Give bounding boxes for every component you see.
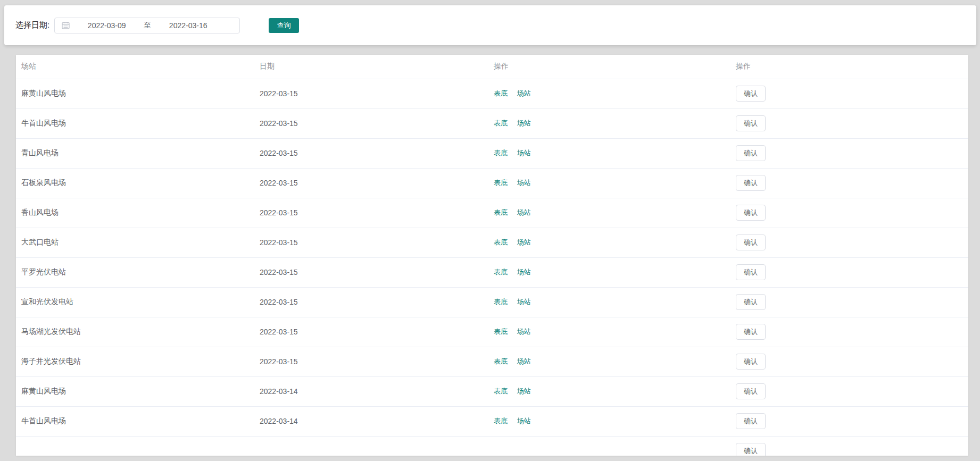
date-range-picker[interactable]: 2022-03-09 至 2022-03-16 xyxy=(54,18,240,33)
confirm-button[interactable]: 确认 xyxy=(736,413,766,429)
confirm-cell: 确认 xyxy=(730,406,968,436)
date-cell: 2022-03-15 xyxy=(254,257,488,287)
station-cell: 海子井光发伏电站 xyxy=(16,347,254,376)
station-link[interactable]: 场站 xyxy=(517,208,531,216)
station-cell: 麻黄山风电场 xyxy=(16,376,254,406)
station-link[interactable]: 场站 xyxy=(517,89,531,97)
confirm-button[interactable]: 确认 xyxy=(736,234,766,250)
date-cell: 2022-03-15 xyxy=(254,198,488,228)
confirm-button[interactable]: 确认 xyxy=(736,145,766,161)
column-header-operation2: 操作 xyxy=(730,55,968,79)
table-bottom-link[interactable]: 表底 xyxy=(494,119,508,127)
table-bottom-link[interactable]: 表底 xyxy=(494,89,508,97)
end-date-value[interactable]: 2022-03-16 xyxy=(151,21,225,30)
confirm-button[interactable]: 确认 xyxy=(736,383,766,399)
table-bottom-link[interactable]: 表底 xyxy=(494,179,508,187)
station-link[interactable]: 场站 xyxy=(517,387,531,395)
table-bottom-link[interactable]: 表底 xyxy=(494,238,508,246)
date-cell: 2022-03-14 xyxy=(254,376,488,406)
station-cell: 大武口电站 xyxy=(16,228,254,257)
table-bottom-link[interactable]: 表底 xyxy=(494,357,508,365)
operation-links-cell xyxy=(488,436,730,456)
station-table-panel: 场站 日期 操作 操作 麻黄山风电场 2022-03-15 表底 场站 确认 牛… xyxy=(16,55,968,456)
table-row: 香山风电场 2022-03-15 表底 场站 确认 xyxy=(16,198,968,228)
confirm-cell: 确认 xyxy=(730,168,968,198)
operation-links-cell: 表底 场站 xyxy=(488,79,730,108)
date-cell: 2022-03-15 xyxy=(254,138,488,168)
confirm-button[interactable]: 确认 xyxy=(736,175,766,191)
station-link[interactable]: 场站 xyxy=(517,328,531,336)
station-link[interactable]: 场站 xyxy=(517,238,531,246)
confirm-cell: 确认 xyxy=(730,138,968,168)
column-header-date: 日期 xyxy=(254,55,488,79)
date-cell: 2022-03-15 xyxy=(254,287,488,317)
station-cell: 石板泉风电场 xyxy=(16,168,254,198)
table-bottom-link[interactable]: 表底 xyxy=(494,208,508,216)
operation-links-cell: 表底 场站 xyxy=(488,138,730,168)
station-cell: 平罗光伏电站 xyxy=(16,257,254,287)
date-cell: 2022-03-14 xyxy=(254,406,488,436)
date-cell: 2022-03-15 xyxy=(254,79,488,108)
table-row: 马场湖光发伏电站 2022-03-15 表底 场站 确认 xyxy=(16,317,968,347)
table-row: 海子井光发伏电站 2022-03-15 表底 场站 确认 xyxy=(16,347,968,376)
confirm-cell: 确认 xyxy=(730,108,968,138)
confirm-button[interactable]: 确认 xyxy=(736,205,766,221)
confirm-button[interactable]: 确认 xyxy=(736,294,766,310)
station-cell xyxy=(16,436,254,456)
table-row: 确认 xyxy=(16,436,968,456)
calendar-icon xyxy=(62,21,70,29)
confirm-cell: 确认 xyxy=(730,79,968,108)
operation-links-cell: 表底 场站 xyxy=(488,287,730,317)
confirm-button[interactable]: 确认 xyxy=(736,115,766,131)
table-row: 大武口电站 2022-03-15 表底 场站 确认 xyxy=(16,228,968,257)
station-cell: 牛首山风电场 xyxy=(16,406,254,436)
confirm-cell: 确认 xyxy=(730,317,968,347)
confirm-cell: 确认 xyxy=(730,287,968,317)
query-button[interactable]: 查询 xyxy=(269,18,299,33)
station-link[interactable]: 场站 xyxy=(517,417,531,425)
confirm-button[interactable]: 确认 xyxy=(736,324,766,340)
confirm-button[interactable]: 确认 xyxy=(736,264,766,280)
confirm-cell: 确认 xyxy=(730,198,968,228)
station-cell: 麻黄山风电场 xyxy=(16,79,254,108)
station-cell: 马场湖光发伏电站 xyxy=(16,317,254,347)
table-row: 平罗光伏电站 2022-03-15 表底 场站 确认 xyxy=(16,257,968,287)
date-cell: 2022-03-15 xyxy=(254,108,488,138)
table-bottom-link[interactable]: 表底 xyxy=(494,149,508,157)
station-link[interactable]: 场站 xyxy=(517,179,531,187)
table-bottom-link[interactable]: 表底 xyxy=(494,298,508,306)
table-row: 麻黄山风电场 2022-03-15 表底 场站 确认 xyxy=(16,79,968,108)
confirm-button[interactable]: 确认 xyxy=(736,443,766,456)
operation-links-cell: 表底 场站 xyxy=(488,228,730,257)
table-row: 牛首山风电场 2022-03-14 表底 场站 确认 xyxy=(16,406,968,436)
table-row: 石板泉风电场 2022-03-15 表底 场站 确认 xyxy=(16,168,968,198)
station-link[interactable]: 场站 xyxy=(517,149,531,157)
date-cell: 2022-03-15 xyxy=(254,317,488,347)
operation-links-cell: 表底 场站 xyxy=(488,347,730,376)
start-date-value[interactable]: 2022-03-09 xyxy=(70,21,144,30)
confirm-cell: 确认 xyxy=(730,347,968,376)
table-bottom-link[interactable]: 表底 xyxy=(494,328,508,336)
date-label: 选择日期: xyxy=(15,20,49,30)
table-bottom-link[interactable]: 表底 xyxy=(494,417,508,425)
date-cell: 2022-03-15 xyxy=(254,347,488,376)
confirm-button[interactable]: 确认 xyxy=(736,86,766,102)
table-row: 麻黄山风电场 2022-03-14 表底 场站 确认 xyxy=(16,376,968,406)
station-link[interactable]: 场站 xyxy=(517,357,531,365)
date-cell xyxy=(254,436,488,456)
confirm-cell: 确认 xyxy=(730,257,968,287)
station-link[interactable]: 场站 xyxy=(517,298,531,306)
confirm-cell: 确认 xyxy=(730,436,968,456)
confirm-button[interactable]: 确认 xyxy=(736,354,766,370)
station-table: 场站 日期 操作 操作 麻黄山风电场 2022-03-15 表底 场站 确认 牛… xyxy=(16,55,968,456)
table-bottom-link[interactable]: 表底 xyxy=(494,387,508,395)
station-link[interactable]: 场站 xyxy=(517,268,531,276)
station-cell: 青山风电场 xyxy=(16,138,254,168)
station-link[interactable]: 场站 xyxy=(517,119,531,127)
table-header-row: 场站 日期 操作 操作 xyxy=(16,55,968,79)
table-row: 宣和光伏发电站 2022-03-15 表底 场站 确认 xyxy=(16,287,968,317)
operation-links-cell: 表底 场站 xyxy=(488,376,730,406)
operation-links-cell: 表底 场站 xyxy=(488,168,730,198)
table-bottom-link[interactable]: 表底 xyxy=(494,268,508,276)
column-header-station: 场站 xyxy=(16,55,254,79)
